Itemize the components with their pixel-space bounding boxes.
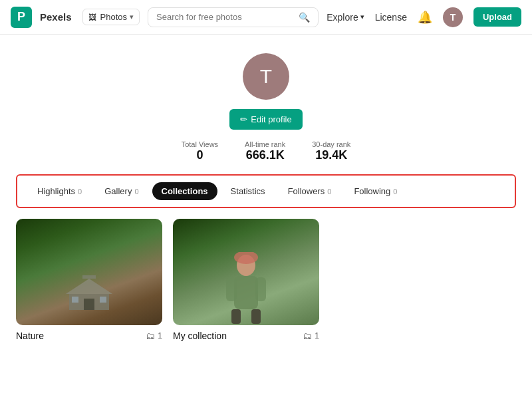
search-bar[interactable]: 🔍 xyxy=(148,7,319,27)
tab-following[interactable]: Following0 xyxy=(344,182,406,200)
tab-collections[interactable]: Collections xyxy=(152,182,217,200)
collection-card[interactable]: My collection 🗂 1 xyxy=(173,219,319,341)
profile-avatar: T xyxy=(243,53,289,100)
svg-rect-7 xyxy=(234,276,258,309)
tab-followers[interactable]: Followers0 xyxy=(279,182,341,200)
pexels-logo[interactable]: P xyxy=(11,7,32,28)
bell-icon[interactable]: 🔔 xyxy=(418,10,432,25)
explore-button[interactable]: Explore ▾ xyxy=(327,12,364,23)
collection-name: My collection xyxy=(173,331,227,341)
total-views-label: Total Views xyxy=(182,140,218,148)
photos-label: Photos xyxy=(100,12,127,22)
svg-rect-9 xyxy=(255,277,266,301)
svg-rect-3 xyxy=(72,297,78,303)
avatar[interactable]: T xyxy=(443,7,463,27)
alltime-rank-value: 666.1K xyxy=(245,148,285,162)
tab-highlights[interactable]: Highlights0 xyxy=(28,182,91,200)
stats-row: Total Views 0 All-time rank 666.1K 30-da… xyxy=(182,140,351,162)
tabs-container: Highlights0Gallery0CollectionsStatistics… xyxy=(16,174,516,208)
search-input[interactable] xyxy=(156,12,293,22)
collection-info: My collection 🗂 1 xyxy=(173,331,319,341)
svg-marker-5 xyxy=(82,275,96,279)
svg-rect-11 xyxy=(231,309,241,324)
collection-thumbnail xyxy=(173,219,319,325)
edit-profile-button[interactable]: ✏ Edit profile xyxy=(229,109,302,130)
total-views-stat: Total Views 0 xyxy=(182,140,218,162)
alltime-rank-label: All-time rank xyxy=(245,140,285,148)
collection-info: Nature 🗂 1 xyxy=(16,331,162,341)
collection-icon: 🗂 xyxy=(303,331,312,341)
brand-name: Pexels xyxy=(40,11,72,23)
tab-gallery[interactable]: Gallery0 xyxy=(95,182,148,200)
collection-card[interactable]: Nature 🗂 1 xyxy=(16,219,162,341)
collection-thumbnail xyxy=(16,219,162,325)
rank30-label: 30-day rank xyxy=(312,140,350,148)
rank30-value: 19.4K xyxy=(312,148,350,162)
svg-rect-4 xyxy=(100,297,106,303)
collection-count: 🗂 1 xyxy=(146,331,162,341)
profile-section: T ✏ Edit profile Total Views 0 All-time … xyxy=(0,35,532,162)
collection-icon: 🗂 xyxy=(146,331,155,341)
svg-rect-12 xyxy=(251,309,261,324)
alltime-rank-stat: All-time rank 666.1K xyxy=(245,140,285,162)
collection-name: Nature xyxy=(16,331,44,341)
license-button[interactable]: License xyxy=(375,12,407,23)
total-views-value: 0 xyxy=(182,148,218,162)
photos-dropdown[interactable]: 🖼 Photos ▾ xyxy=(82,9,140,25)
upload-button[interactable]: Upload xyxy=(473,7,521,27)
svg-rect-8 xyxy=(226,277,237,301)
chevron-down-icon: ▾ xyxy=(360,13,364,21)
tab-statistics[interactable]: Statistics xyxy=(221,182,275,200)
svg-marker-0 xyxy=(66,279,112,294)
header-right: Explore ▾ License 🔔 T Upload xyxy=(327,7,521,27)
collection-count: 🗂 1 xyxy=(303,331,319,341)
search-icon: 🔍 xyxy=(299,12,310,23)
rank30-stat: 30-day rank 19.4K xyxy=(312,140,350,162)
svg-rect-2 xyxy=(84,299,94,310)
header: P Pexels 🖼 Photos ▾ 🔍 Explore ▾ License … xyxy=(0,0,532,35)
chevron-down-icon: ▾ xyxy=(130,13,134,21)
collections-grid: Nature 🗂 1 My collection 🗂 1 xyxy=(0,208,532,341)
